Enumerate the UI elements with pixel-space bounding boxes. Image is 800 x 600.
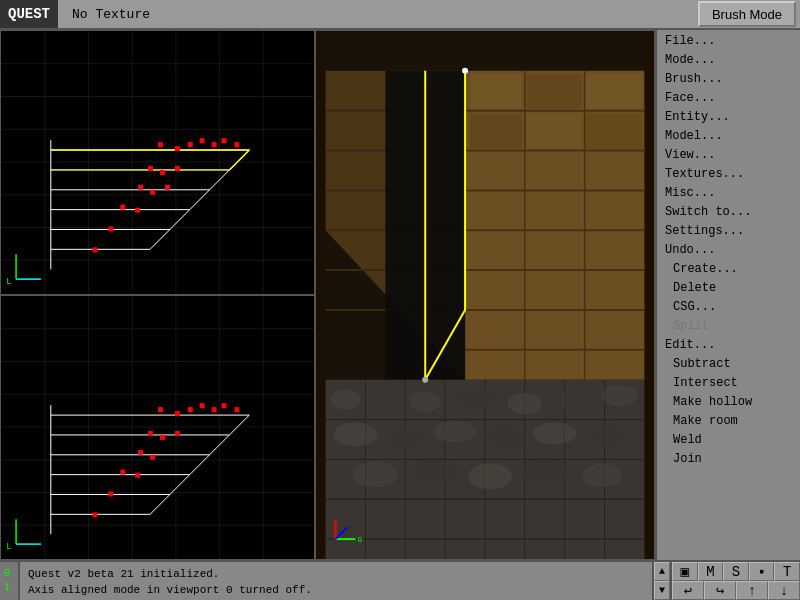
status-line-2: Axis aligned mode in viewport 0 turned o… bbox=[28, 582, 644, 598]
tool-texture-button[interactable]: T bbox=[774, 562, 800, 581]
menu-item-subtract[interactable]: Subtract bbox=[657, 355, 800, 374]
tool-undo-button[interactable]: ↩ bbox=[672, 581, 704, 600]
menu-item-edit---[interactable]: Edit... bbox=[657, 336, 800, 355]
svg-rect-76 bbox=[175, 411, 180, 416]
svg-rect-85 bbox=[138, 450, 143, 455]
svg-rect-43 bbox=[135, 208, 140, 213]
menu-item-view---[interactable]: View... bbox=[657, 146, 800, 165]
menu-item-csg---[interactable]: CSG... bbox=[657, 298, 800, 317]
svg-rect-88 bbox=[135, 473, 140, 478]
svg-rect-36 bbox=[148, 166, 153, 171]
svg-rect-34 bbox=[222, 138, 227, 143]
svg-rect-107 bbox=[586, 74, 643, 109]
svg-rect-49 bbox=[1, 296, 314, 559]
svg-text:L: L bbox=[6, 277, 11, 287]
svg-point-136 bbox=[556, 390, 594, 410]
svg-point-149 bbox=[462, 68, 468, 74]
svg-rect-79 bbox=[212, 407, 217, 412]
menu-item-misc---[interactable]: Misc... bbox=[657, 184, 800, 203]
menu-item-delete[interactable]: Delete bbox=[657, 279, 800, 298]
svg-rect-109 bbox=[527, 114, 582, 149]
menu-item-textures---[interactable]: Textures... bbox=[657, 165, 800, 184]
svg-point-150 bbox=[422, 377, 428, 383]
svg-rect-89 bbox=[108, 492, 113, 497]
svg-rect-41 bbox=[165, 185, 170, 190]
viewport-3d[interactable]: G bbox=[315, 30, 655, 560]
menu-item-make-room[interactable]: Make room bbox=[657, 412, 800, 431]
svg-text:L: L bbox=[6, 542, 11, 552]
svg-point-148 bbox=[583, 463, 623, 487]
svg-rect-80 bbox=[222, 403, 227, 408]
svg-rect-30 bbox=[175, 146, 180, 151]
svg-point-139 bbox=[386, 426, 424, 450]
menu-item-split---: Split... bbox=[657, 317, 800, 336]
tool-move-button[interactable]: M bbox=[698, 562, 724, 581]
mode-button[interactable]: Brush Mode bbox=[698, 1, 796, 27]
svg-rect-39 bbox=[138, 185, 143, 190]
svg-text:G: G bbox=[357, 535, 362, 544]
svg-point-144 bbox=[353, 461, 399, 487]
menu-item-join[interactable]: Join bbox=[657, 450, 800, 469]
svg-rect-0 bbox=[1, 31, 314, 294]
menu-item-create---[interactable]: Create... bbox=[657, 260, 800, 279]
viewport-top[interactable]: L bbox=[0, 30, 315, 295]
tool-up-button[interactable]: ↑ bbox=[736, 581, 768, 600]
svg-rect-37 bbox=[160, 170, 165, 175]
menu-item-switch-to---[interactable]: Switch to... bbox=[657, 203, 800, 222]
svg-rect-83 bbox=[160, 435, 165, 440]
svg-point-135 bbox=[508, 393, 542, 415]
indicator-1: 1 bbox=[4, 581, 14, 595]
statusbar: 0 1 Quest v2 beta 21 initialized. Axis a… bbox=[0, 560, 800, 600]
indicator-0: 0 bbox=[4, 567, 14, 581]
svg-rect-108 bbox=[470, 114, 522, 149]
titlebar: QUEST No Texture Brush Mode bbox=[0, 0, 800, 30]
svg-rect-77 bbox=[188, 407, 193, 412]
svg-point-142 bbox=[533, 423, 577, 445]
menu-item-face---[interactable]: Face... bbox=[657, 89, 800, 108]
viewport-bottom[interactable]: L bbox=[0, 295, 315, 560]
svg-rect-110 bbox=[586, 114, 643, 149]
svg-rect-45 bbox=[92, 247, 97, 252]
svg-rect-35 bbox=[234, 142, 239, 147]
menu-item-make-hollow[interactable]: Make hollow bbox=[657, 393, 800, 412]
toolbar-right: ▣ M S ▪ T ↩ ↪ ↑ ↓ bbox=[670, 562, 800, 600]
svg-point-145 bbox=[414, 460, 456, 484]
menu-item-undo---[interactable]: Undo... bbox=[657, 241, 800, 260]
main-area: L bbox=[0, 30, 800, 560]
svg-point-147 bbox=[522, 461, 568, 485]
tool-redo-button[interactable]: ↪ bbox=[704, 581, 736, 600]
svg-rect-75 bbox=[158, 407, 163, 412]
menu-item-mode---[interactable]: Mode... bbox=[657, 51, 800, 70]
tool-down-button[interactable]: ↓ bbox=[768, 581, 800, 600]
scroll-up-button[interactable]: ▲ bbox=[654, 562, 670, 581]
svg-rect-106 bbox=[527, 74, 582, 109]
menu-item-brush---[interactable]: Brush... bbox=[657, 70, 800, 89]
texture-label: No Texture bbox=[62, 7, 698, 22]
svg-point-132 bbox=[367, 384, 403, 406]
tool-scale-button[interactable]: S bbox=[723, 562, 749, 581]
svg-rect-38 bbox=[175, 166, 180, 171]
svg-rect-81 bbox=[234, 407, 239, 412]
tool-stop-button[interactable]: ▪ bbox=[749, 562, 775, 581]
svg-rect-84 bbox=[175, 431, 180, 436]
svg-rect-87 bbox=[120, 470, 125, 475]
menu-item-settings---[interactable]: Settings... bbox=[657, 222, 800, 241]
svg-rect-40 bbox=[150, 190, 155, 195]
menu-item-file---[interactable]: File... bbox=[657, 32, 800, 51]
menu-item-weld[interactable]: Weld bbox=[657, 431, 800, 450]
svg-rect-105 bbox=[470, 74, 522, 109]
svg-rect-33 bbox=[212, 142, 217, 147]
svg-point-141 bbox=[485, 425, 525, 449]
status-text: Quest v2 beta 21 initialized. Axis align… bbox=[20, 562, 652, 600]
scroll-down-button[interactable]: ▼ bbox=[654, 581, 670, 600]
menu-item-model---[interactable]: Model... bbox=[657, 127, 800, 146]
menu-panel: File...Mode...Brush...Face...Entity...Mo… bbox=[655, 30, 800, 560]
svg-rect-82 bbox=[148, 431, 153, 436]
svg-rect-32 bbox=[200, 138, 205, 143]
svg-point-134 bbox=[455, 386, 495, 410]
svg-point-133 bbox=[409, 392, 441, 412]
svg-point-146 bbox=[468, 463, 512, 489]
menu-item-entity---[interactable]: Entity... bbox=[657, 108, 800, 127]
tool-select-button[interactable]: ▣ bbox=[672, 562, 698, 581]
menu-item-intersect[interactable]: Intersect bbox=[657, 374, 800, 393]
